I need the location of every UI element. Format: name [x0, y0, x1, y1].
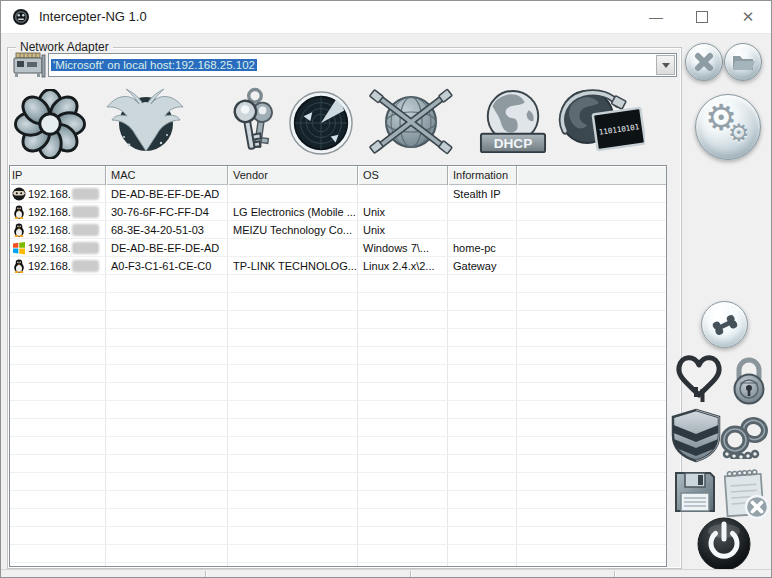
empty-table-row — [10, 365, 666, 383]
linux-os-icon — [12, 259, 26, 273]
empty-table-row — [10, 509, 666, 527]
cell-os — [358, 293, 448, 310]
ip-text: 192.168. — [28, 188, 71, 200]
messengers-mode-button[interactable] — [11, 89, 89, 163]
cell-mac: 68-3E-34-20-51-03 — [106, 221, 228, 238]
cell-blank — [517, 527, 666, 544]
cell-os — [358, 473, 448, 490]
table-row[interactable]: 192.168.30-76-6F-FC-FF-D4LG Electronics … — [10, 203, 666, 221]
cell-blank — [517, 437, 666, 454]
adapter-combobox[interactable]: 'Microsoft' on local host:192.168.25.102 — [48, 53, 677, 77]
cell-blank — [517, 275, 666, 292]
cell-ip — [10, 401, 106, 418]
cell-mac — [106, 293, 228, 310]
cell-information — [448, 455, 517, 472]
cell-information: Stealth IP — [448, 185, 517, 202]
linux-os-icon — [12, 223, 26, 237]
save-button[interactable] — [672, 469, 718, 519]
title-bar[interactable]: Intercepter-NG 1.0 — ✕ — [1, 1, 771, 34]
cell-blank — [517, 473, 666, 490]
notepad-x-icon — [721, 465, 769, 519]
dhcp-globe-icon: DHCP — [478, 89, 548, 157]
cell-vendor — [228, 311, 358, 328]
shield-icon — [669, 407, 723, 463]
empty-table-row — [10, 527, 666, 545]
cell-ip — [10, 383, 106, 400]
table-row[interactable]: 192.168.A0-F3-C1-61-CE-C0TP-LINK TECHNOL… — [10, 257, 666, 275]
cell-information — [448, 563, 517, 566]
close-button[interactable]: ✕ — [725, 1, 771, 33]
raw-mode-button[interactable]: 110110101 — [555, 87, 645, 161]
column-header-information[interactable]: Information — [448, 166, 517, 185]
scan-mode-button[interactable] — [288, 90, 354, 160]
empty-table-row — [10, 401, 666, 419]
keys-icon — [223, 87, 285, 157]
cell-mac: A0-F3-C1-61-CE-C0 — [106, 257, 228, 274]
cell-mac — [106, 383, 228, 400]
cell-ip — [10, 545, 106, 562]
ssl-strip-button[interactable] — [669, 407, 723, 467]
column-header-os[interactable]: OS — [358, 166, 448, 185]
maximize-button[interactable] — [679, 1, 725, 33]
column-header-ip[interactable]: IP — [10, 166, 106, 185]
open-file-button[interactable] — [724, 43, 762, 81]
adapter-selected-value: 'Microsoft' on local host:192.168.25.102 — [49, 59, 656, 71]
cell-ip — [10, 311, 106, 328]
cell-ip — [10, 419, 106, 436]
cell-mac — [106, 365, 228, 382]
cell-vendor — [228, 509, 358, 526]
stop-adapter-button[interactable] — [685, 43, 723, 81]
ip-text: 192.168. — [28, 260, 71, 272]
cell-os — [358, 275, 448, 292]
column-header-mac[interactable]: MAC — [106, 166, 228, 185]
cell-information — [448, 293, 517, 310]
folder-icon — [731, 51, 755, 73]
cell-mac: DE-AD-BE-EF-DE-AD — [106, 239, 228, 256]
cell-mac — [106, 509, 228, 526]
cell-ip — [10, 455, 106, 472]
heartbleed-heart-icon — [673, 352, 725, 402]
ip-text: 192.168. — [28, 206, 71, 218]
cell-blank — [517, 257, 666, 274]
smb-relay-button[interactable] — [701, 301, 748, 348]
resurrection-mode-button[interactable] — [99, 87, 191, 161]
cell-os: Windows 7\... — [358, 239, 448, 256]
cell-ip — [10, 563, 106, 566]
app-window: Intercepter-NG 1.0 — ✕ Network Adapter '… — [0, 0, 772, 578]
cell-blank — [517, 419, 666, 436]
cell-vendor — [228, 491, 358, 508]
table-row[interactable]: 192.168.DE-AD-BE-EF-DE-ADStealth IP — [10, 185, 666, 203]
redacted-ip — [72, 242, 99, 254]
clear-log-button[interactable] — [721, 465, 769, 523]
statusbar-divider — [410, 571, 411, 578]
table-row[interactable]: 192.168.DE-AD-BE-EF-DE-ADWindows 7\...ho… — [10, 239, 666, 257]
cell-mac — [106, 473, 228, 490]
cell-mac: 30-76-6F-FC-FF-D4 — [106, 203, 228, 220]
cell-information — [448, 491, 517, 508]
dhcp-mode-button[interactable]: DHCP — [478, 89, 548, 161]
column-header-blank[interactable] — [517, 166, 666, 185]
cell-ip: 192.168. — [10, 239, 106, 256]
cell-information — [448, 401, 517, 418]
empty-table-row — [10, 473, 666, 491]
column-header-vendor[interactable]: Vendor — [228, 166, 358, 185]
start-stop-button[interactable] — [697, 517, 751, 575]
settings-button[interactable]: ⚙ ⚙ — [695, 94, 761, 160]
combobox-dropdown-arrow-icon[interactable] — [656, 55, 675, 75]
table-header: IP MAC Vendor OS Information — [10, 166, 666, 185]
minimize-button[interactable]: — — [633, 1, 679, 33]
cell-os: Linux 2.4.x\2... — [358, 257, 448, 274]
mitm-mode-button[interactable] — [365, 87, 457, 161]
cell-blank — [517, 329, 666, 346]
cell-mac — [106, 527, 228, 544]
password-mode-button[interactable] — [223, 87, 285, 161]
bruteforce-button[interactable] — [727, 357, 771, 409]
cell-information — [448, 365, 517, 382]
table-row[interactable]: 192.168.68-3E-34-20-51-03MEIZU Technolog… — [10, 221, 666, 239]
empty-table-row — [10, 563, 666, 566]
cell-information: Gateway — [448, 257, 517, 274]
empty-table-row — [10, 275, 666, 293]
heartbleed-button[interactable] — [673, 352, 725, 406]
ip-text: 192.168. — [28, 224, 71, 236]
arp-cage-button[interactable] — [719, 415, 769, 463]
